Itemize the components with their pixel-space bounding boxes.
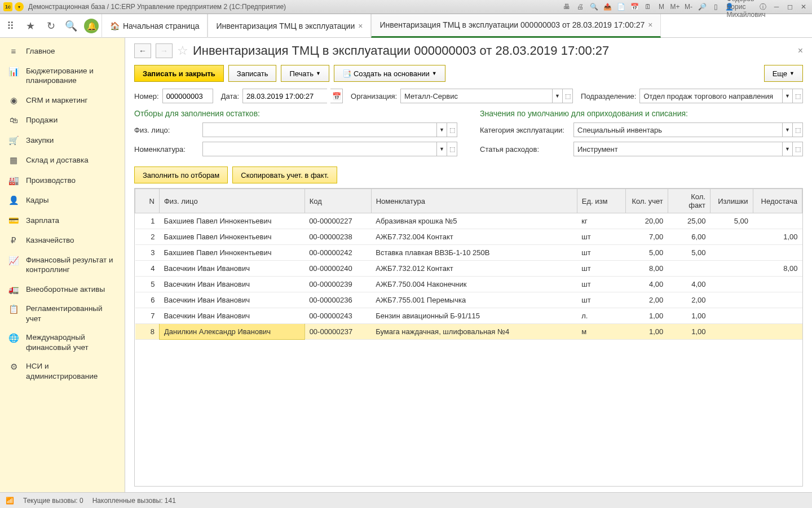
save-button[interactable]: Записать xyxy=(228,65,277,82)
chevron-down-icon[interactable]: ▼ xyxy=(782,142,792,156)
chevron-down-icon[interactable]: ▼ xyxy=(782,89,792,103)
sidebar-item-12[interactable]: 📋Регламентированный учет xyxy=(0,299,125,328)
open-icon[interactable]: ⬚ xyxy=(562,89,572,103)
col-surplus[interactable]: Излишки xyxy=(710,189,753,213)
org-select[interactable]: Металл-Сервис ▼ ⬚ xyxy=(400,89,573,103)
sidebar-item-13[interactable]: 🌐Международный финансовый учет xyxy=(0,328,125,357)
calendar-icon[interactable]: 📅 xyxy=(330,89,343,103)
m-minus-icon[interactable]: M- xyxy=(683,2,694,12)
col-nom[interactable]: Номенклатура xyxy=(371,189,577,213)
sidebar-item-7[interactable]: 👤Кадры xyxy=(0,190,125,211)
nav-forward-button[interactable]: → xyxy=(156,43,173,58)
col-qty-acc[interactable]: Кол. учет xyxy=(625,189,668,213)
col-unit[interactable]: Ед. изм xyxy=(577,189,625,213)
user-name[interactable]: Федоров Борис Михайлович xyxy=(741,2,751,12)
table-row[interactable]: 3Бахшиев Павел Иннокентьевич00-00000242В… xyxy=(135,245,802,261)
sidebar-item-1[interactable]: 📊Бюджетирование и планирование xyxy=(0,62,125,90)
sidebar-item-10[interactable]: 📈Финансовый результат и контроллинг xyxy=(0,251,125,279)
chevron-down-icon[interactable]: ▼ xyxy=(782,123,792,137)
sidebar-item-label: Международный финансовый учет xyxy=(26,332,117,352)
m-plus-icon[interactable]: M+ xyxy=(670,2,680,12)
sidebar-icon: 📋 xyxy=(8,304,19,315)
sidebar-item-0[interactable]: ≡Главное xyxy=(0,41,125,62)
open-icon[interactable]: ⬚ xyxy=(792,142,802,156)
sidebar-item-8[interactable]: 💳Зарплата xyxy=(0,211,125,231)
chevron-down-icon[interactable]: ▼ xyxy=(436,142,447,156)
close-window-icon[interactable]: ✕ xyxy=(798,2,809,12)
tab-inventory-list[interactable]: Инвентаризация ТМЦ в эксплуатации × xyxy=(208,14,371,38)
open-icon[interactable]: ⬚ xyxy=(792,123,802,137)
close-page-icon[interactable]: × xyxy=(798,46,803,56)
nomenclature-label: Номенклатура: xyxy=(134,145,199,154)
inventory-table[interactable]: N Физ. лицо Код Номенклатура Ед. изм Кол… xyxy=(134,188,803,487)
sidebar-icon: 🌐 xyxy=(8,332,19,344)
copy-to-fact-button[interactable]: Скопировать учет. в факт. xyxy=(232,167,337,183)
col-shortage[interactable]: Недостача xyxy=(753,189,802,213)
zoom-icon[interactable]: 🔎 xyxy=(697,2,707,12)
minimize-icon[interactable]: ─ xyxy=(771,2,782,12)
calendar-icon[interactable]: 📅 xyxy=(629,2,639,12)
fill-button[interactable]: Заполнить по отборам xyxy=(134,167,228,183)
chevron-down-icon[interactable]: ▼ xyxy=(552,89,562,103)
notifications-icon[interactable]: 🔔 xyxy=(81,14,102,38)
open-icon[interactable]: ⬚ xyxy=(447,123,457,137)
maximize-icon[interactable]: ◻ xyxy=(785,2,795,12)
tab-label: Инвентаризация ТМЦ в эксплуатации xyxy=(216,21,355,30)
table-row[interactable]: 1Бахшиев Павел Иннокентьевич00-00000227А… xyxy=(135,213,802,229)
print-button[interactable]: Печать▼ xyxy=(281,65,329,82)
open-icon[interactable]: ⬚ xyxy=(447,142,457,156)
m-icon[interactable]: M xyxy=(656,2,667,12)
open-icon[interactable]: ⬚ xyxy=(792,89,802,103)
app-menu-icon[interactable]: ▾ xyxy=(15,2,24,11)
category-select[interactable]: Специальный инвентарь ▼ ⬚ xyxy=(573,122,803,137)
table-row[interactable]: 4Васечкин Иван Иванович00-00000240АЖБ7.7… xyxy=(135,261,802,277)
tab-home[interactable]: 🏠 Начальная страница xyxy=(102,14,208,38)
search-icon[interactable]: 🔍 xyxy=(61,14,81,38)
save-close-button[interactable]: Записать и закрыть xyxy=(134,65,224,82)
chevron-down-icon[interactable]: ▼ xyxy=(436,123,447,137)
number-field[interactable] xyxy=(162,89,213,103)
printer-icon[interactable]: 🖨 xyxy=(575,2,585,12)
col-qty-fact[interactable]: Кол. факт xyxy=(668,189,710,213)
sidebar-item-3[interactable]: 🛍Продажи xyxy=(0,110,125,130)
table-row[interactable]: 7Васечкин Иван Иванович00-00000243Бензин… xyxy=(135,308,802,324)
calc-icon[interactable]: 🗓 xyxy=(643,2,653,12)
table-row[interactable]: 5Васечкин Иван Иванович00-00000239АЖБ7.7… xyxy=(135,277,802,292)
more-button[interactable]: Еще▼ xyxy=(764,65,803,82)
col-person[interactable]: Физ. лицо xyxy=(159,189,304,213)
col-n[interactable]: N xyxy=(135,189,160,213)
table-row[interactable]: 8Данилкин Александр Иванович00-00000237Б… xyxy=(135,324,802,340)
apps-icon[interactable]: ⠿ xyxy=(0,14,20,38)
date-field[interactable] xyxy=(242,89,327,103)
sidebar-item-6[interactable]: 🏭Производство xyxy=(0,170,125,191)
titlebar-icons: 🖶 🖨 🔍 📤 📄 📅 🗓 M M+ M- 🔎 ▯ 👤 Федоров Бори… xyxy=(562,2,809,12)
sidebar-item-2[interactable]: ◉CRM и маркетинг xyxy=(0,90,125,111)
print-icon[interactable]: 🖶 xyxy=(562,2,572,12)
preview-icon[interactable]: 🔍 xyxy=(589,2,599,12)
excel-icon[interactable]: 📤 xyxy=(602,2,612,12)
sidebar-item-9[interactable]: ₽Казначейство xyxy=(0,230,125,251)
close-icon[interactable]: × xyxy=(648,20,652,29)
create-based-button[interactable]: 📑Создать на основании▼ xyxy=(334,65,445,82)
info-icon[interactable]: ⓘ xyxy=(758,2,768,12)
sidebar-item-5[interactable]: ▦Склад и доставка xyxy=(0,150,125,170)
favorite-icon[interactable]: ☆ xyxy=(177,43,188,58)
sidebar-item-label: CRM и маркетинг xyxy=(26,95,87,106)
nomenclature-select[interactable]: ▼ ⬚ xyxy=(202,142,457,156)
sidebar-item-11[interactable]: 🚛Внеоборотные активы xyxy=(0,279,125,300)
dept-select[interactable]: Отдел продаж торгового направления ▼ ⬚ xyxy=(639,89,803,103)
copy-icon[interactable]: 📄 xyxy=(616,2,626,12)
sidebar-item-4[interactable]: 🛒Закупки xyxy=(0,130,125,151)
favorites-icon[interactable]: ★ xyxy=(20,14,41,38)
history-icon[interactable]: ↻ xyxy=(41,14,61,38)
tab-inventory-doc[interactable]: Инвентаризация ТМЦ в эксплуатации 000000… xyxy=(371,14,661,38)
table-row[interactable]: 2Бахшиев Павел Иннокентьевич00-00000238А… xyxy=(135,229,802,245)
expense-select[interactable]: Инструмент ▼ ⬚ xyxy=(573,142,803,156)
table-row[interactable]: 6Васечкин Иван Иванович00-00000236АЖБ7.7… xyxy=(135,292,802,308)
nav-back-button[interactable]: ← xyxy=(134,43,151,58)
col-code[interactable]: Код xyxy=(304,189,371,213)
close-icon[interactable]: × xyxy=(358,21,363,30)
panel-icon[interactable]: ▯ xyxy=(710,2,721,12)
person-select[interactable]: ▼ ⬚ xyxy=(202,122,457,137)
sidebar-item-14[interactable]: ⚙НСИ и администрирование xyxy=(0,357,125,386)
